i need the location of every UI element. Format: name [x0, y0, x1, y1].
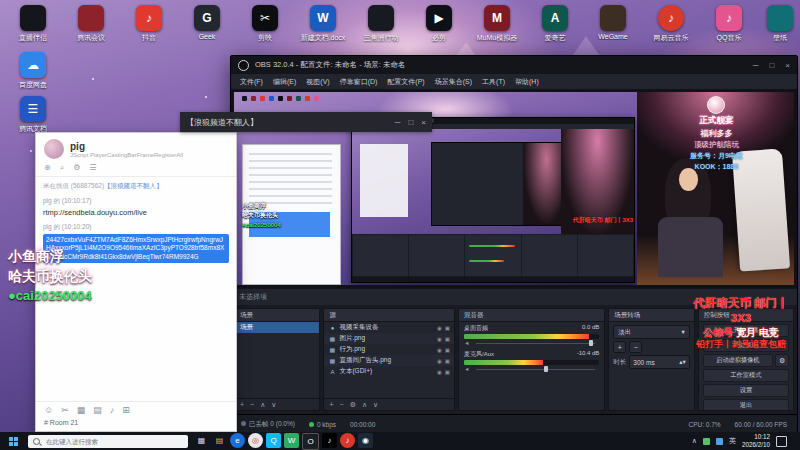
settings-gear-icon[interactable]: ⚙ — [73, 163, 80, 173]
add-scene-button[interactable]: + — [240, 401, 244, 408]
steam-icon[interactable]: ◉ — [358, 433, 373, 448]
source-row[interactable]: A 文本(GDI+) ◉▣ — [324, 366, 454, 377]
desktop-icon-tencent-docs[interactable]: ☰腾讯文档 — [6, 96, 60, 134]
desktop-icon-word-doc[interactable]: W新建文档.docx — [296, 5, 350, 43]
wechat-icon[interactable]: W — [284, 433, 299, 448]
image-icon[interactable]: ▦ — [77, 405, 86, 415]
speaker-icon[interactable]: ◄ — [464, 340, 469, 346]
lock-icon[interactable]: ▣ — [445, 325, 450, 331]
scene-up-button[interactable]: ∧ — [260, 401, 265, 409]
transitions-panel-header[interactable]: 场景转场 — [609, 309, 693, 322]
edge-browser-icon[interactable]: e — [230, 433, 245, 448]
taskbar-clock[interactable]: 10:12 2026/2/10 — [742, 433, 770, 448]
desktop-icon-jianying[interactable]: ✂剪映 — [238, 5, 292, 43]
source-row[interactable]: ▦ 图片.png ◉▣ — [324, 333, 454, 344]
desktop-icon-netease-music[interactable]: ♪网易云音乐 — [644, 5, 698, 43]
source-down-button[interactable]: ∨ — [373, 401, 378, 409]
screenshot-scissors-icon[interactable]: ✂ — [61, 405, 69, 415]
source-properties-gear-icon[interactable]: ⚙ — [350, 401, 356, 409]
volume-slider[interactable]: ◄ — [464, 366, 599, 373]
chat-channel-titlebar[interactable]: 【浪狼频道不翻人】 ─ □ × — [180, 112, 432, 132]
virtual-camera-gear-icon[interactable]: ⚙ — [775, 354, 789, 367]
visibility-eye-icon[interactable]: ◉ — [437, 336, 442, 342]
source-row[interactable]: ▦ 直播间广告头.png ◉▣ — [324, 355, 454, 366]
desktop-icon-douyin-live[interactable]: 直播伴侣 — [6, 5, 60, 43]
start-button[interactable] — [0, 432, 26, 450]
remove-transition-button[interactable]: − — [629, 341, 642, 353]
add-source-button[interactable]: + — [329, 401, 333, 408]
user-avatar[interactable] — [44, 139, 64, 159]
task-view-icon[interactable]: ▦ — [194, 433, 209, 448]
desktop-icon-mumu[interactable]: MMuMu模拟器 — [470, 5, 524, 43]
visibility-eye-icon[interactable]: ◉ — [437, 369, 442, 375]
remove-scene-button[interactable]: − — [250, 401, 254, 408]
tray-app-icon[interactable] — [703, 438, 710, 445]
settings-button[interactable]: 设置 — [703, 384, 789, 397]
menu-help[interactable]: 帮助(H) — [510, 77, 544, 87]
search-input[interactable] — [44, 437, 183, 446]
scene-item[interactable]: 场景 — [235, 322, 319, 333]
obs-taskbar-icon[interactable]: O — [302, 433, 319, 450]
visibility-eye-icon[interactable]: ◉ — [437, 358, 442, 364]
obs-minimize-button[interactable]: ─ — [753, 61, 759, 70]
desktop-icon-wallpaper[interactable]: 壁纸 — [760, 5, 800, 43]
more-icon[interactable]: ⊞ — [122, 405, 130, 415]
ime-indicator[interactable]: 英 — [729, 436, 736, 446]
sources-panel-header[interactable]: 源 — [324, 309, 454, 322]
obs-close-button[interactable]: × — [785, 61, 790, 70]
menu-docks[interactable]: 停靠窗口(D) — [335, 77, 383, 87]
taskbar-search-box[interactable] — [28, 435, 188, 448]
audio-icon[interactable]: ♪ — [110, 405, 115, 415]
scenes-panel-header[interactable]: 场景 — [235, 309, 319, 322]
desktop-icon-douyin[interactable]: ♪抖音 — [122, 5, 176, 43]
search-icon[interactable]: ⌕ — [60, 163, 64, 173]
menu-view[interactable]: 视图(V) — [301, 77, 334, 87]
menu-file[interactable]: 文件(F) — [235, 77, 268, 87]
volume-slider[interactable]: ◄ — [464, 340, 599, 347]
desktop-icon-aiqiyi[interactable]: A爱奇艺 — [528, 5, 582, 43]
source-up-button[interactable]: ∧ — [362, 401, 367, 409]
lock-icon[interactable]: ▣ — [445, 369, 450, 375]
qq-icon[interactable]: Q — [266, 433, 281, 448]
desktop-icon-bijian[interactable]: ▶必剪 — [412, 5, 466, 43]
lock-icon[interactable]: ▣ — [445, 358, 450, 364]
visibility-eye-icon[interactable]: ◉ — [437, 325, 442, 331]
menu-scene-collection[interactable]: 场景集合(S) — [430, 77, 477, 87]
action-center-icon[interactable] — [776, 436, 787, 447]
add-transition-button[interactable]: + — [613, 341, 626, 353]
chrome-browser-icon[interactable]: ◎ — [248, 433, 263, 448]
netease-music-taskbar-icon[interactable]: ♪ — [340, 433, 355, 448]
chat-close-button[interactable]: × — [421, 118, 426, 127]
start-virtual-camera-button[interactable]: 启动虚拟摄像机 — [703, 354, 773, 367]
lock-icon[interactable]: ▣ — [445, 336, 450, 342]
menu-tools[interactable]: 工具(T) — [477, 77, 510, 87]
mic-icon[interactable]: ◄ — [464, 366, 469, 372]
obs-titlebar[interactable]: OBS 32.0.4 - 配置文件: 未命名 - 场景: 未命名 ─ □ × — [231, 56, 797, 74]
spinner-arrows-icon[interactable]: ▴▾ — [679, 358, 686, 366]
add-icon[interactable]: ⊕ — [44, 163, 51, 173]
chat-room-tag[interactable]: # Room 21 — [36, 418, 236, 431]
studio-mode-button[interactable]: 工作室模式 — [703, 369, 789, 382]
file-explorer-icon[interactable]: ▤ — [212, 433, 227, 448]
mixer-panel-header[interactable]: 混音器 — [459, 309, 604, 322]
exit-button[interactable]: 退出 — [703, 399, 789, 410]
visibility-eye-icon[interactable]: ◉ — [437, 347, 442, 353]
hidden-icons-chevron[interactable]: ∧ — [692, 437, 697, 445]
transition-duration-spinner[interactable]: 300 ms▴▾ — [629, 355, 689, 369]
desktop-icon-wegame[interactable]: WeGame — [586, 5, 640, 40]
obs-maximize-button[interactable]: □ — [769, 61, 774, 70]
source-row[interactable]: ▦ 行为.png ◉▣ — [324, 344, 454, 355]
desktop-icon-delta-force[interactable]: 三角洲行动 — [354, 5, 408, 43]
desktop-icon-geek[interactable]: GGeek — [180, 5, 234, 40]
network-icon[interactable] — [716, 438, 723, 445]
emoji-icon[interactable]: ☺ — [44, 405, 53, 415]
scene-down-button[interactable]: ∨ — [271, 401, 276, 409]
chat-minimize-button[interactable]: ─ — [395, 118, 401, 127]
menu-profile[interactable]: 配置文件(P) — [382, 77, 429, 87]
desktop-icon-baidu-pan[interactable]: ☁百度网盘 — [6, 52, 60, 90]
desktop-icon-tencent-meeting[interactable]: 腾讯会议 — [64, 5, 118, 43]
source-row[interactable]: ● 视频采集设备 ◉▣ — [324, 322, 454, 333]
transition-select[interactable]: 淡出▾ — [613, 325, 689, 339]
douyin-companion-icon[interactable]: ♪ — [322, 433, 337, 448]
menu-edit[interactable]: 编辑(E) — [268, 77, 301, 87]
